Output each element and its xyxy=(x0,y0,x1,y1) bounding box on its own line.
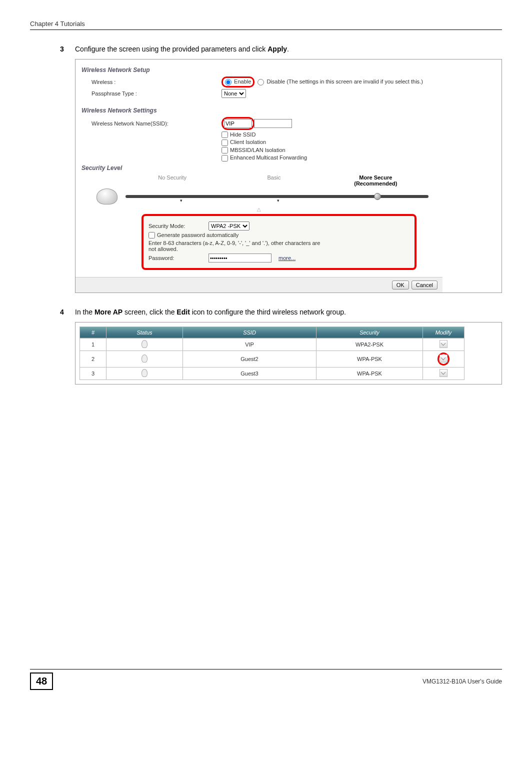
chk-hide-ssid[interactable] xyxy=(222,132,228,138)
cell-ssid: Guest3 xyxy=(183,367,316,380)
cell-status xyxy=(106,367,183,380)
highlight-edit xyxy=(438,352,450,366)
text: icon to configure the third wireless net… xyxy=(190,308,346,316)
passphrase-select[interactable]: None xyxy=(222,89,246,98)
cell-status xyxy=(106,350,183,367)
header-rule xyxy=(30,30,502,30)
step-text: In the More AP screen, click the Edit ic… xyxy=(75,308,502,316)
slider-label-nosec: No Security xyxy=(122,174,223,186)
cell-ssid: VIP xyxy=(183,338,316,350)
step-text: Configure the screen using the provided … xyxy=(75,45,502,53)
cell-num: 2 xyxy=(80,350,106,367)
secmode-label: Security Mode: xyxy=(148,223,208,229)
figure-moreap-table: # Status SSID Security Modify 1 VIP WPA2… xyxy=(75,322,502,384)
text: Configure the screen using the provided … xyxy=(75,45,268,53)
bold-edit: Edit xyxy=(176,308,190,316)
bold-apply: Apply xyxy=(268,45,287,53)
cell-security: WPA-PSK xyxy=(316,350,423,367)
expand-arrow-icon[interactable]: △ xyxy=(82,206,436,212)
cell-modify xyxy=(423,367,464,380)
cell-security: WPA-PSK xyxy=(316,367,423,380)
pw-hint: Enter 8-63 characters (a-z, A-Z, 0-9, '-… xyxy=(148,240,324,252)
section-title-settings: Wireless Network Settings xyxy=(82,107,436,114)
bold-moreap: More AP xyxy=(94,308,122,316)
chk-emf-label: Enhanced Multicast Forwarding xyxy=(230,154,307,160)
ssid-input-ext[interactable] xyxy=(254,119,292,128)
bulb-icon xyxy=(142,354,148,362)
chk-client-iso[interactable] xyxy=(222,140,228,146)
radio-enable[interactable] xyxy=(225,79,232,86)
table-row: 1 VIP WPA2-PSK xyxy=(80,338,464,350)
slider-handle[interactable] xyxy=(374,193,381,200)
page-footer: 48 VMG1312-B10A User's Guide xyxy=(0,669,532,690)
section-title-setup: Wireless Network Setup xyxy=(82,66,436,74)
dialog-footer: OK Cancel xyxy=(76,277,442,292)
pw-input[interactable] xyxy=(208,254,272,262)
chk-hide-ssid-label: Hide SSID xyxy=(230,132,256,138)
edit-icon[interactable] xyxy=(440,369,448,377)
th-status: Status xyxy=(106,326,183,338)
cell-status xyxy=(106,338,183,350)
chk-genpw-label: Generate password automatically xyxy=(157,232,238,238)
th-num: # xyxy=(80,326,106,338)
edit-icon[interactable] xyxy=(440,340,448,348)
slider-label-moresec: More Secure(Recommended) xyxy=(325,174,426,186)
th-security: Security xyxy=(316,326,423,338)
chk-client-iso-label: Client Isolation xyxy=(230,139,266,145)
page-number: 48 xyxy=(30,672,53,690)
radio-disable[interactable] xyxy=(258,79,264,86)
security-slider[interactable]: ▾ ▾ xyxy=(126,195,428,198)
step-number: 3 xyxy=(60,45,75,53)
table-row: 2 Guest2 WPA-PSK xyxy=(80,350,464,367)
more-link[interactable]: more... xyxy=(278,255,296,261)
step-number: 4 xyxy=(60,308,75,316)
cell-modify xyxy=(423,350,464,367)
section-title-security: Security Level xyxy=(82,164,436,172)
highlight-enable: Enable xyxy=(222,76,254,88)
step-4: 4 In the More AP screen, click the Edit … xyxy=(60,308,502,316)
edit-icon[interactable] xyxy=(440,354,448,362)
cell-num: 3 xyxy=(80,367,106,380)
table-header-row: # Status SSID Security Modify xyxy=(80,326,464,338)
radio-enable-label: Enable xyxy=(234,78,251,84)
chk-emf[interactable] xyxy=(222,155,228,162)
bulb-icon xyxy=(142,369,148,377)
table-row: 3 Guest3 WPA-PSK xyxy=(80,367,464,380)
chk-mbssid[interactable] xyxy=(222,147,228,154)
chapter-header: Chapter 4 Tutorials xyxy=(30,20,502,28)
ap-icon xyxy=(96,188,118,204)
ssid-label: Wireless Network Name(SSID): xyxy=(92,120,222,126)
pw-label: Password: xyxy=(148,255,208,261)
text: screen, click the xyxy=(122,308,176,316)
highlight-security-box: Security Mode: WPA2 -PSK Generate passwo… xyxy=(142,214,416,270)
step-3: 3 Configure the screen using the provide… xyxy=(60,45,502,53)
ok-button[interactable]: OK xyxy=(392,280,409,290)
radio-disable-label: Disable (The settings in this screen are… xyxy=(266,78,422,84)
guide-name: VMG1312-B10A User's Guide xyxy=(53,678,502,685)
secmode-select[interactable]: WPA2 -PSK xyxy=(208,222,250,230)
passphrase-label: Passphrase Type : xyxy=(92,90,222,96)
text: In the xyxy=(75,308,94,316)
th-modify: Modify xyxy=(423,326,464,338)
text: . xyxy=(287,45,289,53)
highlight-ssid xyxy=(222,117,254,130)
cell-ssid: Guest2 xyxy=(183,350,316,367)
cell-num: 1 xyxy=(80,338,106,350)
figure-wireless-setup: Wireless Network Setup Wireless : Enable… xyxy=(75,59,502,293)
moreap-table: # Status SSID Security Modify 1 VIP WPA2… xyxy=(80,326,464,380)
th-ssid: SSID xyxy=(183,326,316,338)
slider-label-basic: Basic xyxy=(223,174,324,186)
chk-genpw[interactable] xyxy=(148,232,155,238)
bulb-icon xyxy=(142,340,148,348)
chk-mbssid-label: MBSSID/LAN Isolation xyxy=(230,147,286,153)
ssid-input[interactable] xyxy=(224,119,252,128)
cancel-button[interactable]: Cancel xyxy=(412,280,438,290)
footer-rule xyxy=(30,669,502,670)
cell-modify xyxy=(423,338,464,350)
wireless-label: Wireless : xyxy=(92,79,222,85)
cell-security: WPA2-PSK xyxy=(316,338,423,350)
